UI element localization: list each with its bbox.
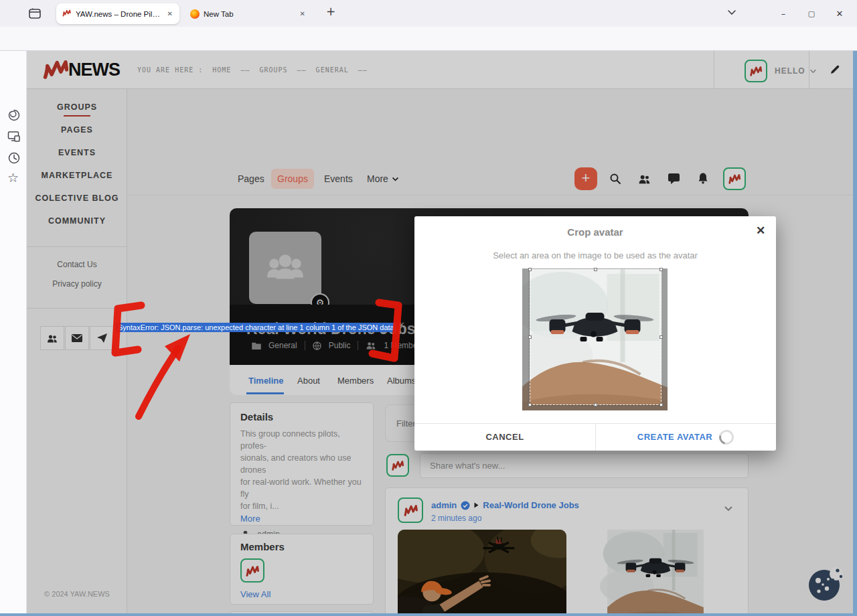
user-avatar[interactable] bbox=[745, 60, 767, 82]
browser-tab-strip: YAW.news – Drone Pilot Groups ✕ New Tab … bbox=[0, 0, 857, 27]
create-button[interactable]: + bbox=[574, 167, 597, 190]
sidebar-item-community[interactable]: COMMUNITY bbox=[27, 216, 127, 226]
breadcrumb-prefix: YOU ARE HERE : bbox=[137, 66, 203, 74]
crop-handle-e[interactable] bbox=[659, 335, 663, 339]
window-maximize-button[interactable]: ▢ bbox=[801, 5, 822, 22]
composer-input[interactable]: Share what's new... bbox=[420, 453, 749, 478]
social-members-button[interactable] bbox=[40, 326, 64, 350]
browser-tab-newtab[interactable]: New Tab ✕ bbox=[185, 3, 312, 24]
tab-timeline[interactable]: Timeline bbox=[248, 376, 284, 386]
firefox-view-icon[interactable] bbox=[27, 5, 43, 21]
details-text-line: This group connects pilots, profes- bbox=[240, 428, 363, 452]
breadcrumb-item-groups[interactable]: GROUPS bbox=[259, 66, 287, 74]
window-minimize-button[interactable]: – bbox=[773, 5, 793, 22]
social-share-button[interactable] bbox=[90, 326, 114, 350]
browser-tab-active[interactable]: YAW.news – Drone Pilot Groups ✕ bbox=[56, 3, 179, 24]
tab-albums[interactable]: Albums bbox=[387, 376, 416, 386]
details-text-line: for real-world work. Whether you fly bbox=[240, 476, 363, 500]
details-heading: Details bbox=[240, 411, 363, 422]
crop-handle-nw[interactable] bbox=[528, 268, 532, 271]
modal-close-icon[interactable]: ✕ bbox=[756, 224, 765, 238]
tab-about[interactable]: About bbox=[297, 376, 320, 386]
details-more-link[interactable]: More bbox=[240, 514, 363, 524]
post-author-link[interactable]: admin bbox=[431, 500, 457, 510]
group-category: General bbox=[268, 341, 297, 350]
plus-icon: + bbox=[582, 169, 591, 187]
privacy-policy-link[interactable]: Privacy policy bbox=[27, 279, 127, 289]
sidebar-item-marketplace[interactable]: MARKETPLACE bbox=[27, 171, 127, 180]
social-email-button[interactable] bbox=[65, 326, 89, 350]
tab-pages[interactable]: Pages bbox=[238, 173, 264, 184]
group-avatar-placeholder[interactable] bbox=[249, 232, 321, 304]
view-all-link[interactable]: View All bbox=[240, 589, 363, 599]
window-close-button[interactable]: ✕ bbox=[830, 5, 850, 22]
active-tab-underline bbox=[246, 392, 284, 394]
member-avatar[interactable] bbox=[240, 558, 264, 583]
crop-handle-ne[interactable] bbox=[659, 268, 663, 271]
modal-title: Crop avatar bbox=[414, 226, 776, 238]
chevron-down-icon bbox=[392, 177, 399, 181]
sidebar-item-pages[interactable]: PAGES bbox=[27, 125, 127, 135]
crop-selection-marquee[interactable] bbox=[530, 269, 661, 405]
cancel-button[interactable]: CANCEL bbox=[414, 423, 595, 451]
breadcrumb-separator: —— bbox=[297, 66, 307, 74]
tab-members[interactable]: Members bbox=[337, 376, 374, 386]
meta-separator bbox=[305, 341, 305, 350]
crop-handle-s[interactable] bbox=[594, 403, 597, 406]
cookie-consent-button[interactable] bbox=[806, 565, 844, 603]
post-image-hand-drone[interactable] bbox=[570, 530, 741, 616]
nav-user-avatar[interactable] bbox=[723, 167, 746, 190]
account-menu[interactable]: HELLO bbox=[775, 66, 817, 76]
tab-more[interactable]: More bbox=[367, 173, 399, 184]
verified-badge-icon bbox=[461, 501, 470, 510]
filter-label: Filter bbox=[396, 418, 416, 429]
history-clock-icon[interactable] bbox=[7, 151, 21, 165]
chat-icon[interactable] bbox=[668, 173, 680, 184]
sidebar-item-events[interactable]: EVENTS bbox=[27, 148, 127, 157]
crop-handle-n[interactable] bbox=[594, 268, 597, 271]
post-group-link[interactable]: Real-World Drone Jobs bbox=[483, 500, 579, 510]
breadcrumb-item-home[interactable]: HOME bbox=[212, 66, 231, 74]
breadcrumb: YOU ARE HERE : HOME —— GROUPS —— GENERAL… bbox=[137, 66, 368, 74]
contact-us-link[interactable]: Contact Us bbox=[27, 260, 127, 269]
tab-close-icon[interactable]: ✕ bbox=[166, 9, 174, 19]
caret-right-icon bbox=[474, 502, 479, 508]
site-logo[interactable]: NEWS bbox=[42, 58, 120, 82]
header-divider bbox=[809, 51, 809, 89]
envelope-icon bbox=[72, 334, 82, 342]
new-tab-button[interactable]: + bbox=[326, 6, 335, 17]
synced-tabs-icon[interactable] bbox=[7, 130, 21, 143]
post-options-chevron-icon[interactable] bbox=[724, 506, 733, 512]
post-timestamp[interactable]: 2 minutes ago bbox=[431, 514, 481, 523]
create-avatar-button[interactable]: CREATE AVATAR bbox=[595, 423, 776, 451]
tab-groups-active[interactable]: Groups bbox=[271, 169, 314, 189]
error-close-icon[interactable]: ✕ bbox=[398, 321, 405, 329]
yw-logo-mark bbox=[42, 59, 68, 80]
desktop-edge bbox=[853, 51, 857, 616]
members-icon[interactable] bbox=[638, 173, 651, 185]
bookmarks-star-icon[interactable]: ☆ bbox=[7, 171, 19, 184]
tab-close-icon[interactable]: ✕ bbox=[299, 9, 307, 19]
crop-handle-sw[interactable] bbox=[528, 403, 532, 406]
breadcrumb-separator: —— bbox=[358, 66, 368, 74]
search-icon[interactable] bbox=[609, 173, 621, 185]
breadcrumb-item-general[interactable]: GENERAL bbox=[316, 66, 349, 74]
crop-handle-w[interactable] bbox=[528, 335, 532, 339]
crop-handle-se[interactable] bbox=[659, 403, 663, 406]
post-author-avatar[interactable] bbox=[398, 497, 423, 523]
site-logo-text: NEWS bbox=[68, 60, 120, 80]
ai-chatbot-icon[interactable] bbox=[7, 108, 21, 122]
notifications-bell-icon[interactable] bbox=[698, 172, 708, 184]
tab-events[interactable]: Events bbox=[324, 173, 353, 184]
members-card: Members View All bbox=[230, 534, 374, 605]
meta-separator bbox=[358, 341, 358, 350]
create-avatar-label: CREATE AVATAR bbox=[637, 432, 712, 442]
browser-toolbar: ← → ⟳ yaw.news/groups/13-real-world-dron… bbox=[0, 27, 857, 51]
list-tabs-chevron-icon[interactable] bbox=[727, 9, 736, 15]
sidebar-item-groups[interactable]: GROUPS bbox=[27, 102, 127, 112]
post-image-forest-drone[interactable] bbox=[398, 530, 566, 616]
error-message: SyntaxError: JSON.parse: unexpected char… bbox=[116, 323, 396, 332]
firefox-sidebar: ☆ ⚙ bbox=[0, 51, 27, 613]
compose-pencil-icon[interactable] bbox=[829, 64, 841, 76]
sidebar-item-colective-blog[interactable]: COLECTIVE BLOG bbox=[27, 194, 127, 203]
